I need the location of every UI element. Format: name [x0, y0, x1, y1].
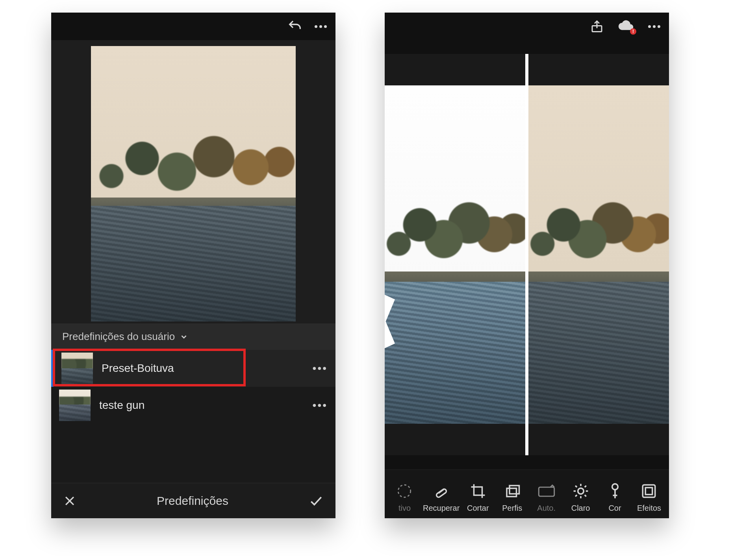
preset-group-header[interactable]: Predefinições do usuário	[51, 323, 335, 350]
after-half	[528, 54, 669, 455]
tool-recuperar[interactable]: Recuperar	[423, 482, 460, 513]
tool-label: Cor	[608, 504, 621, 513]
tool-label: Claro	[571, 504, 590, 513]
undo-icon[interactable]	[287, 18, 303, 34]
heal-icon	[433, 482, 450, 501]
top-bar	[51, 13, 335, 40]
effects-icon	[641, 482, 657, 501]
share-icon[interactable]	[590, 19, 604, 33]
chevron-down-icon	[180, 332, 188, 341]
preset-thumb	[61, 353, 93, 384]
auto-icon	[537, 482, 556, 501]
svg-rect-21	[643, 485, 656, 497]
light-icon	[572, 482, 589, 501]
preset-panel: Predefinições do usuário Preset-Boituva …	[51, 323, 335, 424]
crop-icon	[470, 482, 486, 501]
tool-cor[interactable]: Cor	[599, 482, 631, 513]
tool-seletivo[interactable]: tivo	[389, 482, 421, 513]
svg-line-5	[439, 489, 444, 493]
photo-preview[interactable]	[51, 40, 335, 323]
svg-point-3	[398, 485, 411, 497]
svg-rect-6	[507, 488, 517, 497]
preset-item[interactable]: teste gun •••	[51, 387, 335, 424]
preset-thumb	[59, 390, 91, 421]
phone-right: !	[385, 13, 669, 518]
tool-perfis[interactable]: Perfis	[496, 482, 528, 513]
tool-claro[interactable]: Claro	[565, 482, 597, 513]
compare-view[interactable]	[385, 40, 669, 469]
preset-item[interactable]: Preset-Boituva •••	[51, 350, 335, 387]
tool-cortar[interactable]: Cortar	[462, 482, 494, 513]
svg-rect-4	[435, 488, 447, 498]
bottom-bar: Predefinições	[51, 483, 335, 518]
split-divider[interactable]	[525, 54, 528, 455]
more-icon[interactable]	[648, 25, 660, 28]
preset-group-label: Predefinições do usuário	[62, 331, 175, 343]
more-icon[interactable]	[315, 25, 327, 28]
tool-label: tivo	[398, 504, 411, 513]
svg-point-9	[578, 488, 584, 494]
tool-label: Cortar	[467, 504, 489, 513]
preset-name: teste gun	[99, 399, 304, 412]
before-half	[385, 54, 525, 455]
svg-rect-22	[646, 488, 653, 495]
profiles-icon	[504, 482, 521, 501]
bottom-title: Predefinições	[157, 494, 228, 508]
selective-icon	[396, 482, 413, 501]
cloud-alert-icon[interactable]: !	[617, 20, 635, 33]
tool-label: Perfis	[502, 504, 522, 513]
svg-rect-8	[539, 487, 554, 496]
color-icon	[608, 482, 622, 501]
preset-name: Preset-Boituva	[102, 362, 304, 375]
phone-left: Predefinições do usuário Preset-Boituva …	[51, 13, 335, 518]
svg-line-14	[575, 486, 577, 487]
tool-auto[interactable]: Auto.	[530, 482, 562, 513]
svg-line-16	[585, 486, 586, 487]
close-icon[interactable]	[63, 494, 76, 508]
tool-label: Efeitos	[637, 504, 661, 513]
preset-more-icon[interactable]: •••	[313, 399, 328, 412]
preset-more-icon[interactable]: •••	[313, 362, 328, 375]
tool-bar: tivo Recuperar Cortar	[385, 470, 669, 518]
tool-label: Recuperar	[423, 504, 460, 513]
top-bar: !	[385, 13, 669, 40]
svg-line-15	[585, 495, 586, 497]
svg-point-18	[612, 484, 618, 490]
tool-label: Auto.	[537, 504, 556, 513]
check-icon[interactable]	[309, 493, 324, 508]
svg-rect-7	[510, 486, 519, 494]
svg-line-17	[575, 495, 577, 497]
tool-efeitos[interactable]: Efeitos	[633, 482, 665, 513]
